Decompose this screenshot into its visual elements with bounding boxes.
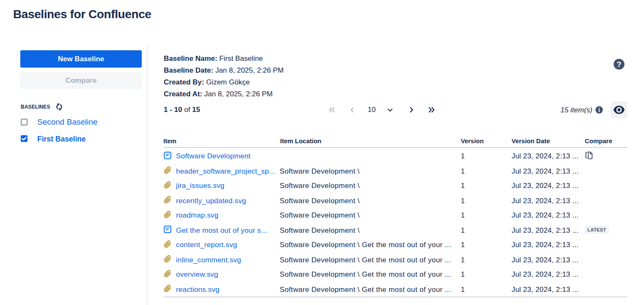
svg-text:?: ? — [617, 60, 622, 69]
